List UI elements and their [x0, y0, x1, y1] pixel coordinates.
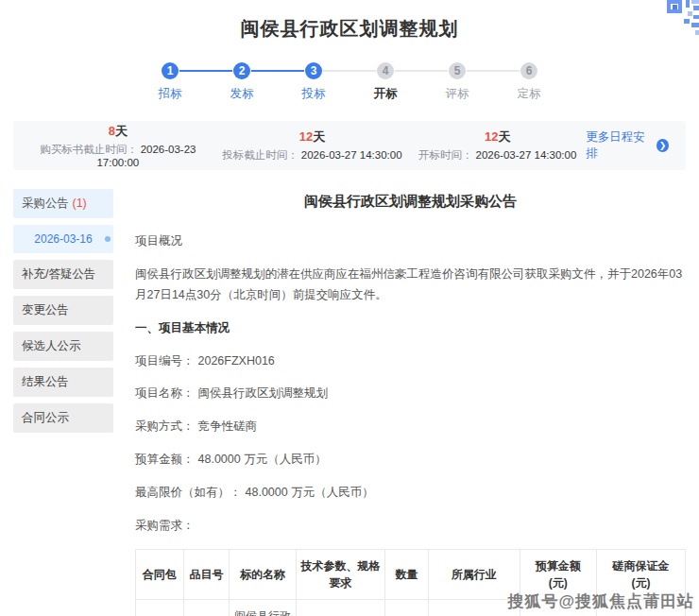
announcement-title: 闽侯县行政区划调整规划采购公告 — [135, 193, 686, 211]
cell-contract-package: 1 — [136, 599, 184, 616]
step-submit[interactable]: 3 投标 — [278, 62, 350, 102]
step-circle: 4 — [377, 62, 394, 79]
field-max-price: 最高限价（如有）：48.0000 万元（人民币） — [135, 483, 686, 504]
schedule-label: 购买标书截止时间： — [40, 144, 138, 155]
step-circle: 5 — [449, 62, 466, 79]
cell-quantity: 1项 — [385, 599, 429, 616]
step-award[interactable]: 6 定标 — [493, 62, 565, 102]
sidebar-item-candidate-publicity[interactable]: 候选人公示 — [13, 332, 113, 361]
procurement-page: 闽侯县行政区划调整规划 1 招标 2 发标 3 投标 4 开标 — [0, 0, 699, 616]
cell-tech-specs: 详见第三章《招标内容及要求》 — [297, 599, 385, 616]
step-issue[interactable]: 2 发标 — [206, 62, 278, 102]
sidebar-item-purchase-announcement[interactable]: 采购公告 (1) — [13, 189, 113, 218]
step-circle: 3 — [305, 62, 322, 79]
step-label: 投标 — [278, 86, 350, 102]
days-remaining: 12天 — [409, 128, 586, 145]
content-area: 采购公告 (1) 2026-03-16 补充/答疑公告 变更公告 候选人公示 结… — [13, 189, 686, 616]
field-budget-amount: 预算金额：48.0000 万元（人民币） — [135, 450, 686, 471]
sidebar-item-label: 采购公告 — [22, 197, 69, 210]
step-evaluation[interactable]: 5 评标 — [421, 62, 493, 102]
field-project-name: 项目名称：闽侯县行政区划调整规划 — [135, 384, 686, 404]
schedule-bar: 8天 购买标书截止时间：2026-03-23 17:00:00 12天 投标截止… — [13, 121, 686, 170]
step-label: 评标 — [421, 86, 493, 102]
field-project-number: 项目编号：2026FZXH016 — [135, 351, 686, 372]
overview-label: 项目概况 — [135, 231, 686, 252]
sidebar-item-change-announcement[interactable]: 变更公告 — [13, 296, 113, 325]
column-header: 标的名称 — [230, 549, 297, 599]
cell-industry: 其他未列明行业 — [428, 599, 520, 616]
page-title: 闽侯县行政区划调整规划 — [0, 0, 699, 42]
section-basic-info-title: 一、项目基本情况 — [135, 318, 686, 339]
cell-item-number: 1-1 — [183, 599, 230, 616]
sidebar-item-contract-publicity[interactable]: 合同公示 — [13, 403, 113, 433]
step-label: 定标 — [493, 86, 565, 102]
cell-subject-name: 闽侯县行政区划调整规划 — [230, 599, 297, 616]
step-circle: 6 — [520, 62, 537, 79]
schedule-value: 2026-03-27 14:30:00 — [301, 149, 402, 161]
column-header: 品目号 — [183, 549, 230, 599]
schedule-label: 投标截止时间： — [222, 149, 298, 161]
step-label: 发标 — [206, 86, 278, 102]
step-label: 招标 — [134, 86, 206, 102]
step-opening[interactable]: 4 开标 — [350, 62, 421, 102]
schedule-item-opening-time: 12天 开标时间：2026-03-27 14:30:00 — [409, 128, 586, 163]
progress-stepper: 1 招标 2 发标 3 投标 4 开标 5 评标 6 定标 — [134, 62, 565, 104]
announcement-content: 闽侯县行政区划调整规划采购公告 项目概况 闽侯县行政区划调整规划的潜在供应商应在… — [135, 189, 686, 616]
step-circle: 2 — [233, 62, 250, 79]
active-dot-icon — [105, 236, 111, 242]
step-label: 开标 — [350, 86, 421, 102]
sidebar-subitem-date[interactable]: 2026-03-16 — [13, 225, 113, 253]
column-header: 合同包 — [136, 549, 184, 599]
schedule-label: 开标时间： — [418, 149, 473, 161]
chevron-right-icon: ❯ — [656, 139, 669, 152]
qr-code-corner-icon[interactable] — [650, 0, 699, 42]
schedule-item-bid-deadline: 12天 投标截止时间：2026-03-27 14:30:00 — [215, 128, 410, 163]
schedule-item-purchase-deadline: 8天 购买标书截止时间：2026-03-23 17:00:00 — [21, 123, 215, 168]
column-header: 技术参数、规格要求 — [297, 549, 385, 599]
sidebar-item-result-announcement[interactable]: 结果公告 — [13, 368, 113, 397]
days-remaining: 8天 — [21, 123, 215, 140]
schedule-value: 2026-03-27 14:30:00 — [476, 149, 577, 161]
step-circle: 1 — [162, 62, 179, 79]
overview-text: 闽侯县行政区划调整规划的潜在供应商应在福州信豪工程造价咨询有限公司获取采购文件，… — [135, 265, 686, 306]
sidebar-subitem-label: 2026-03-16 — [34, 232, 92, 246]
days-remaining: 12天 — [215, 128, 410, 145]
watermark: 搜狐号@搜狐焦点莆田站 — [507, 590, 694, 612]
demand-label: 采购需求： — [135, 516, 686, 537]
step-bidding[interactable]: 1 招标 — [134, 62, 206, 102]
announcement-count-badge: (1) — [72, 197, 86, 210]
more-schedule-link[interactable]: 更多日程安排 ❯ — [586, 129, 669, 162]
sidebar: 采购公告 (1) 2026-03-16 补充/答疑公告 变更公告 候选人公示 结… — [13, 189, 113, 616]
more-schedule-label: 更多日程安排 — [586, 129, 652, 162]
column-header: 数量 — [385, 549, 429, 599]
column-header: 所属行业 — [428, 549, 520, 599]
sidebar-item-supplement-announcement[interactable]: 补充/答疑公告 — [13, 260, 113, 289]
field-procurement-method: 采购方式：竞争性磋商 — [135, 417, 686, 437]
